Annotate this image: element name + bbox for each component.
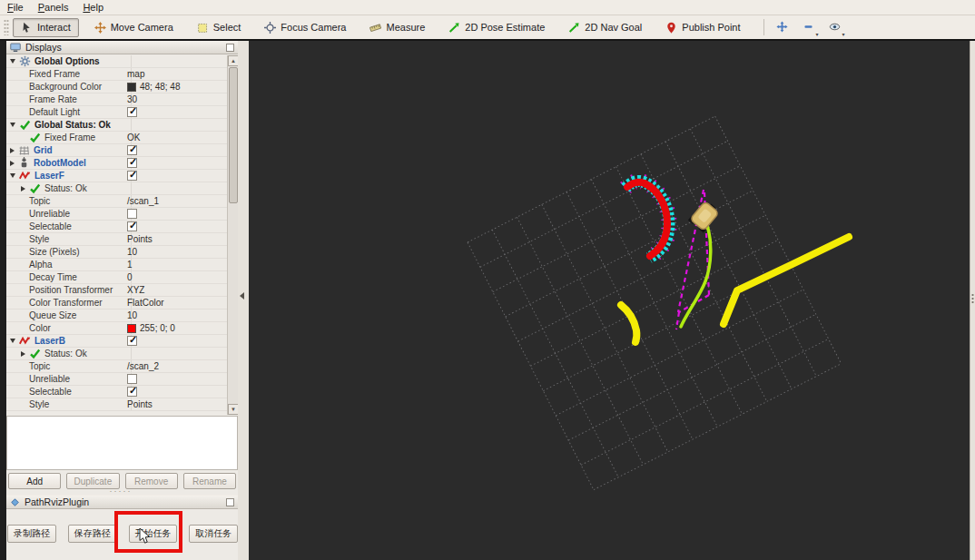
checkbox-checked[interactable]	[127, 145, 137, 155]
tree-row-global-status-ok[interactable]: Global Status: Ok	[6, 119, 227, 132]
tree-row-frame-rate[interactable]: Frame Rate30	[6, 93, 227, 106]
tree-row-default-light[interactable]: Default Light	[6, 106, 227, 119]
color-swatch[interactable]	[127, 324, 136, 333]
row-value[interactable]: Points	[127, 234, 153, 244]
path-task-button-3[interactable]: 开始任务	[129, 525, 178, 543]
expander-closed-icon[interactable]	[10, 161, 15, 166]
tree-row-position-transformer[interactable]: Position TransformerXYZ	[6, 284, 227, 297]
tree-row-grid[interactable]: Grid	[6, 144, 227, 157]
scrollbar-thumb[interactable]	[229, 67, 238, 203]
tool-select[interactable]: Select	[189, 18, 250, 37]
row-value[interactable]: 0	[127, 272, 133, 282]
expander-closed-icon[interactable]	[10, 148, 15, 153]
pan-cross-button[interactable]	[772, 19, 793, 36]
row-value[interactable]: XYZ	[127, 285, 144, 295]
tree-row-fixed-frame[interactable]: Fixed FrameOK	[6, 132, 227, 144]
tool-focus-camera[interactable]: Focus Camera	[256, 18, 354, 37]
mouse-cursor	[139, 528, 152, 545]
minus-button[interactable]: ▾	[798, 19, 819, 36]
tool-publish-point[interactable]: Publish Point	[657, 18, 748, 37]
row-value[interactable]: /scan_1	[127, 196, 159, 206]
tree-row-global-options[interactable]: Global Options	[6, 55, 227, 68]
tree-row-queue-size[interactable]: Queue Size10	[6, 309, 227, 322]
right-dock-strip[interactable]	[970, 41, 975, 560]
display-description-box	[6, 416, 238, 470]
expander-open-icon[interactable]	[10, 339, 15, 343]
path-panel-header[interactable]: PathRvizPlugin	[6, 496, 238, 509]
row-value[interactable]: map	[127, 69, 144, 79]
expander-closed-icon[interactable]	[21, 186, 25, 192]
row-value[interactable]: 10	[127, 247, 137, 257]
tree-row-status-ok[interactable]: Status: Ok	[6, 348, 227, 360]
toolbar-drag-handle[interactable]	[4, 19, 9, 35]
tool-2d-nav-goal[interactable]: 2D Nav Goal	[560, 18, 650, 37]
tree-row-background-color[interactable]: Background Color48; 48; 48	[6, 81, 227, 93]
panel-float-button[interactable]	[226, 44, 234, 52]
tree-row-color[interactable]: Color255; 0; 0	[6, 322, 227, 335]
displays-panel-header[interactable]: Displays	[6, 41, 238, 54]
row-value[interactable]: FlatColor	[127, 298, 164, 308]
add-button[interactable]: Add	[8, 473, 61, 489]
row-value[interactable]: 48; 48; 48	[140, 82, 180, 92]
splitter-collapse-icon[interactable]	[240, 292, 244, 300]
eye-button[interactable]: ▾	[824, 19, 845, 36]
tree-row-status-ok[interactable]: Status: Ok	[6, 182, 227, 195]
row-value[interactable]: 1	[127, 260, 133, 270]
tool-measure[interactable]: Measure	[361, 18, 433, 37]
checkbox-checked[interactable]	[127, 171, 137, 181]
expander-open-icon[interactable]	[10, 59, 15, 64]
checkbox-unchecked[interactable]	[127, 209, 137, 219]
tool-move-camera[interactable]: Move Camera	[86, 18, 182, 37]
panel-viewport-splitter[interactable]	[238, 41, 249, 560]
checkbox-checked[interactable]	[127, 158, 137, 168]
tree-scrollbar[interactable]: ▲ ▼	[227, 55, 238, 415]
checkbox-unchecked[interactable]	[127, 374, 137, 384]
menu-item-panels[interactable]: Panels	[38, 2, 69, 13]
menu-item-help[interactable]: Help	[83, 2, 103, 13]
tree-row-selectable[interactable]: Selectable	[6, 386, 227, 398]
tree-row-size-pixels-[interactable]: Size (Pixels)10	[6, 246, 227, 259]
tree-row-selectable[interactable]: Selectable	[6, 221, 227, 233]
tree-row-unreliable[interactable]: Unreliable	[6, 373, 227, 386]
tree-row-color-transformer[interactable]: Color TransformerFlatColor	[6, 297, 227, 309]
tree-row-laserb[interactable]: LaserB	[6, 335, 227, 348]
row-value[interactable]: /scan_2	[127, 361, 159, 371]
panel-splitter-handle[interactable]: ·····	[107, 490, 134, 494]
checkbox-checked[interactable]	[127, 221, 137, 231]
row-value[interactable]: 10	[127, 310, 137, 320]
menu-item-file[interactable]: File	[7, 2, 24, 13]
panel-float-button[interactable]	[226, 498, 234, 506]
checkbox-checked[interactable]	[127, 107, 137, 117]
row-value[interactable]: Points	[127, 399, 153, 409]
expander-closed-icon[interactable]	[21, 351, 25, 357]
tree-row-style[interactable]: StylePoints	[6, 398, 227, 411]
tree-row-alpha[interactable]: Alpha1	[6, 259, 227, 271]
3d-viewport[interactable]	[249, 41, 970, 560]
rename-button[interactable]: Rename	[183, 473, 236, 489]
path-task-button-4[interactable]: 取消任务	[189, 525, 238, 543]
tree-row-topic[interactable]: Topic/scan_2	[6, 360, 227, 373]
displays-tree: Global OptionsFixed FramemapBackground C…	[6, 55, 227, 415]
tree-row-robotmodel[interactable]: RobotModel	[6, 157, 227, 170]
row-value[interactable]: OK	[127, 133, 140, 142]
path-task-button-1[interactable]: 录制路径	[7, 525, 56, 543]
tree-row-unreliable[interactable]: Unreliable	[6, 208, 227, 221]
checkbox-checked[interactable]	[127, 387, 137, 397]
tool-2d-pose-estimate[interactable]: 2D Pose Estimate	[440, 18, 553, 37]
path-task-button-2[interactable]: 保存路径	[68, 525, 117, 543]
row-value[interactable]: 30	[127, 94, 137, 104]
checkbox-checked[interactable]	[127, 336, 137, 346]
tree-row-style[interactable]: StylePoints	[6, 233, 227, 246]
remove-button[interactable]: Remove	[125, 473, 178, 489]
tree-row-laserf[interactable]: LaserF	[6, 170, 227, 182]
tree-row-topic[interactable]: Topic/scan_1	[6, 195, 227, 208]
expander-open-icon[interactable]	[10, 173, 15, 178]
expander-open-icon[interactable]	[10, 123, 15, 127]
color-swatch[interactable]	[127, 83, 136, 92]
tree-row-decay-time[interactable]: Decay Time0	[6, 271, 227, 284]
menu-bar: FilePanelsHelp	[0, 0, 975, 15]
tree-row-fixed-frame[interactable]: Fixed Framemap	[6, 68, 227, 81]
tool-interact[interactable]: Interact	[13, 18, 79, 37]
right-splitter-handle[interactable]	[971, 293, 974, 304]
row-value[interactable]: 255; 0; 0	[140, 323, 175, 333]
